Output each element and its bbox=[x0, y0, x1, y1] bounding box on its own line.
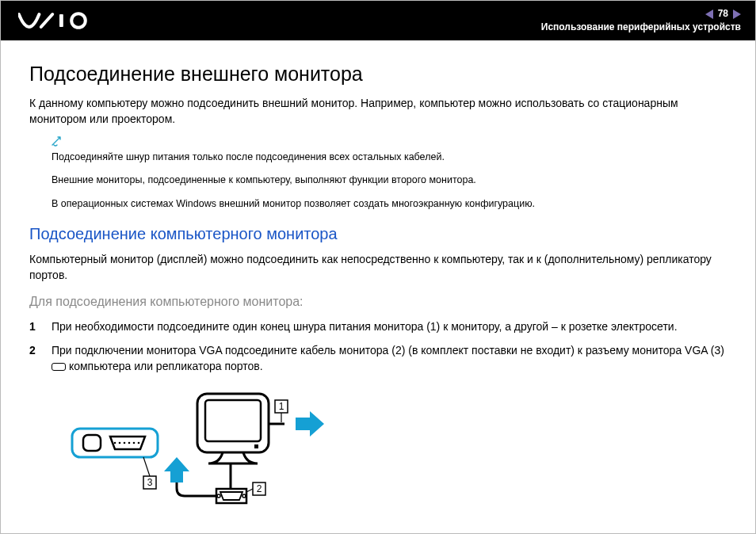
svg-line-21 bbox=[143, 457, 150, 476]
svg-point-8 bbox=[133, 441, 136, 444]
list-item: При необходимости подсоедините один коне… bbox=[29, 318, 727, 334]
step2-part2: компьютера или репликатора портов. bbox=[66, 360, 263, 372]
svg-rect-0 bbox=[59, 14, 63, 27]
procedure-list: При необходимости подсоедините один коне… bbox=[29, 318, 727, 375]
notes-block: Подсоединяйте шнур питания только после … bbox=[52, 135, 727, 212]
svg-rect-12 bbox=[254, 444, 258, 448]
svg-rect-11 bbox=[205, 400, 261, 441]
header-bar: 78 Использование периферийных устройств bbox=[1, 1, 755, 40]
next-page-icon[interactable] bbox=[733, 10, 741, 19]
note-item: Внешние мониторы, подсоединенные к компь… bbox=[52, 174, 727, 188]
svg-point-4 bbox=[114, 441, 116, 444]
page-number: 78 bbox=[718, 7, 728, 21]
section-paragraph: Компьютерный монитор (дисплей) можно под… bbox=[29, 251, 727, 284]
svg-point-7 bbox=[128, 441, 131, 444]
note-icon bbox=[52, 135, 727, 149]
svg-rect-10 bbox=[197, 394, 269, 452]
callout-1: 1 bbox=[279, 401, 284, 412]
content-area: Подсоединение внешнего монитора К данном… bbox=[1, 40, 755, 533]
page-title: Подсоединение внешнего монитора bbox=[29, 63, 727, 86]
breadcrumb: Использование периферийных устройств bbox=[541, 21, 741, 34]
callout-3: 3 bbox=[147, 477, 153, 488]
svg-point-9 bbox=[138, 441, 140, 444]
prev-page-icon[interactable] bbox=[705, 10, 713, 19]
list-item: При подключении монитора VGA подсоединит… bbox=[29, 342, 727, 375]
note-item: Подсоединяйте шнур питания только после … bbox=[52, 151, 727, 165]
intro-paragraph: К данному компьютеру можно подсоединить … bbox=[29, 95, 727, 128]
header-right: 78 Использование периферийных устройств bbox=[541, 7, 741, 34]
note-item: В операционных системах Windows внешний … bbox=[52, 197, 727, 212]
step2-part1: При подключении монитора VGA подсоединит… bbox=[52, 344, 724, 357]
svg-point-5 bbox=[119, 441, 121, 444]
procedure-heading: Для подсоединения компьютерного монитора… bbox=[29, 295, 727, 309]
section-heading: Подсоединение компьютерного монитора bbox=[29, 225, 727, 243]
svg-point-6 bbox=[124, 441, 126, 444]
svg-rect-3 bbox=[83, 435, 101, 451]
vaio-logo bbox=[18, 12, 94, 29]
svg-point-1 bbox=[71, 13, 86, 28]
connection-diagram: 1 2 3 bbox=[64, 389, 727, 511]
page-navigator: 78 bbox=[541, 7, 741, 21]
vga-port-icon bbox=[52, 363, 66, 371]
callout-2: 2 bbox=[257, 483, 262, 494]
page: 78 Использование периферийных устройств … bbox=[0, 0, 756, 534]
